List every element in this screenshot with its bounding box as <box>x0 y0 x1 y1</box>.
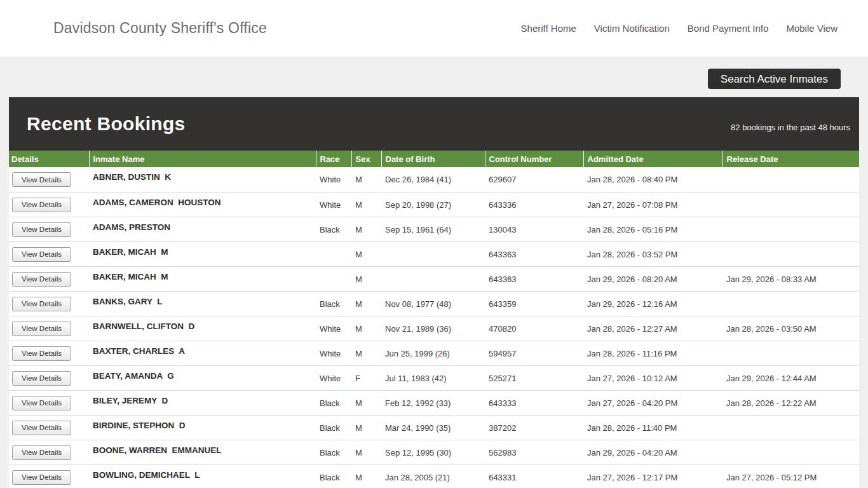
sex-cell: M <box>351 291 381 316</box>
view-details-button[interactable]: View Details <box>12 198 71 212</box>
dob-cell: Nov 08, 1977 (48) <box>381 291 485 316</box>
control-number-cell: 130043 <box>485 217 583 241</box>
control-number-cell: 643336 <box>485 192 583 217</box>
race-cell: White <box>316 192 351 217</box>
dob-cell <box>381 266 485 291</box>
admitted-date-cell: Jan 28, 2026 - 03:52 PM <box>583 241 722 266</box>
dob-cell: Mar 24, 1990 (35) <box>381 415 485 440</box>
details-cell: View Details <box>9 415 89 440</box>
nav-link-mobile-view[interactable]: Mobile View <box>786 23 837 34</box>
admitted-date-cell: Jan 28, 2026 - 08:40 PM <box>583 167 722 192</box>
search-active-inmates-button[interactable]: Search Active Inmates <box>708 69 841 89</box>
sex-cell: M <box>351 167 381 192</box>
column-header-inmate-name: Inmate Name <box>89 151 316 167</box>
table-row: View Details BILEY, JEREMY D Black M Feb… <box>9 390 859 415</box>
view-details-button[interactable]: View Details <box>12 371 71 386</box>
column-header-race: Race <box>316 151 351 167</box>
inmate-name-cell: BOONE, WARREN EMMANUEL <box>89 440 316 464</box>
sex-cell: M <box>351 266 381 291</box>
details-cell: View Details <box>9 167 89 192</box>
race-cell: Black <box>316 464 351 488</box>
release-date-cell: Jan 29, 2026 - 08:33 AM <box>722 266 859 291</box>
sex-cell: M <box>351 440 381 464</box>
dob-cell: Sep 15, 1961 (64) <box>381 217 485 241</box>
control-number-cell: 643333 <box>485 390 583 415</box>
inmate-name-cell: ADAMS, PRESTON <box>89 217 316 241</box>
control-number-cell: 643359 <box>485 291 583 316</box>
control-number-cell: 562983 <box>485 440 583 464</box>
release-date-cell: Jan 28, 2026 - 12:22 AM <box>722 390 859 415</box>
admitted-date-cell: Jan 29, 2026 - 12:16 AM <box>583 291 722 316</box>
dob-cell: Sep 20, 1998 (27) <box>381 192 485 217</box>
dob-cell <box>381 241 485 266</box>
control-number-cell: 643331 <box>485 464 583 488</box>
admitted-date-cell: Jan 28, 2026 - 11:16 PM <box>583 341 722 365</box>
race-cell <box>316 241 351 266</box>
main-nav: Sheriff Home Victim Notification Bond Pa… <box>521 23 837 34</box>
view-details-button[interactable]: View Details <box>12 396 71 410</box>
dob-cell: Jul 11, 1983 (42) <box>381 365 485 390</box>
release-date-cell <box>722 241 859 266</box>
details-cell: View Details <box>9 464 89 488</box>
release-date-cell <box>722 440 859 464</box>
control-number-cell: 387202 <box>485 415 583 440</box>
details-cell: View Details <box>9 341 89 365</box>
page-title: Recent Bookings <box>27 113 186 135</box>
search-strip: Search Active Inmates <box>0 57 868 89</box>
sex-cell: M <box>351 217 381 241</box>
view-details-button[interactable]: View Details <box>12 172 71 187</box>
admitted-date-cell: Jan 28, 2026 - 05:16 PM <box>583 217 722 241</box>
release-date-cell: Jan 27, 2026 - 05:12 PM <box>722 464 859 488</box>
release-date-cell <box>722 167 859 192</box>
table-row: View Details BARNWELL, CLIFTON D White M… <box>9 316 859 341</box>
control-number-cell: 643363 <box>485 266 583 291</box>
sex-cell: M <box>351 341 381 365</box>
view-details-button[interactable]: View Details <box>12 445 71 460</box>
dob-cell: Sep 12, 1995 (30) <box>381 440 485 464</box>
control-number-cell: 629607 <box>485 167 583 192</box>
race-cell: White <box>316 316 351 341</box>
view-details-button[interactable]: View Details <box>12 247 71 262</box>
release-date-cell <box>722 291 859 316</box>
brand-title: Davidson County Sheriff's Office <box>53 20 267 37</box>
view-details-button[interactable]: View Details <box>12 346 71 361</box>
nav-link-bond-payment-info[interactable]: Bond Payment Info <box>688 23 769 34</box>
column-header-sex: Sex <box>351 151 381 167</box>
view-details-button[interactable]: View Details <box>12 272 71 287</box>
release-date-cell <box>722 192 859 217</box>
inmate-name-cell: BEATY, AMANDA G <box>89 365 316 390</box>
details-cell: View Details <box>9 365 89 390</box>
nav-link-victim-notification[interactable]: Victim Notification <box>594 23 670 34</box>
nav-link-sheriff-home[interactable]: Sheriff Home <box>521 23 576 34</box>
inmate-name-cell: ABNER, DUSTIN K <box>89 167 316 192</box>
table-row: View Details BOONE, WARREN EMMANUEL Blac… <box>9 440 859 464</box>
column-header-control-number: Control Number <box>485 151 583 167</box>
dob-cell: Feb 12, 1992 (33) <box>381 390 485 415</box>
sex-cell: M <box>351 316 381 341</box>
dob-cell: Jun 25, 1999 (26) <box>381 341 485 365</box>
table-row: View Details ABNER, DUSTIN K White M Dec… <box>9 167 859 192</box>
control-number-cell: 643363 <box>485 241 583 266</box>
details-cell: View Details <box>9 316 89 341</box>
column-header-admitted-date: Admitted Date <box>583 151 722 167</box>
dob-cell: Dec 26, 1984 (41) <box>381 167 485 192</box>
race-cell: White <box>316 365 351 390</box>
release-date-cell: Jan 28, 2026 - 03:50 AM <box>722 316 859 341</box>
bookings-table-body: View Details ABNER, DUSTIN K White M Dec… <box>9 167 859 488</box>
bookings-table: Details Inmate Name Race Sex Date of Bir… <box>9 151 859 488</box>
view-details-button[interactable]: View Details <box>12 222 71 237</box>
sex-cell: M <box>351 241 381 266</box>
sex-cell: M <box>351 192 381 217</box>
release-date-cell <box>722 341 859 365</box>
column-header-date-of-birth: Date of Birth <box>381 151 485 167</box>
view-details-button[interactable]: View Details <box>12 470 71 485</box>
race-cell: White <box>316 167 351 192</box>
table-row: View Details BEATY, AMANDA G White F Jul… <box>9 365 859 390</box>
admitted-date-cell: Jan 28, 2026 - 12:27 AM <box>583 316 722 341</box>
view-details-button[interactable]: View Details <box>12 322 71 336</box>
sex-cell: M <box>351 464 381 488</box>
table-row: View Details BIRDINE, STEPHON D Black M … <box>9 415 859 440</box>
view-details-button[interactable]: View Details <box>12 297 71 311</box>
details-cell: View Details <box>9 291 89 316</box>
view-details-button[interactable]: View Details <box>12 421 71 435</box>
